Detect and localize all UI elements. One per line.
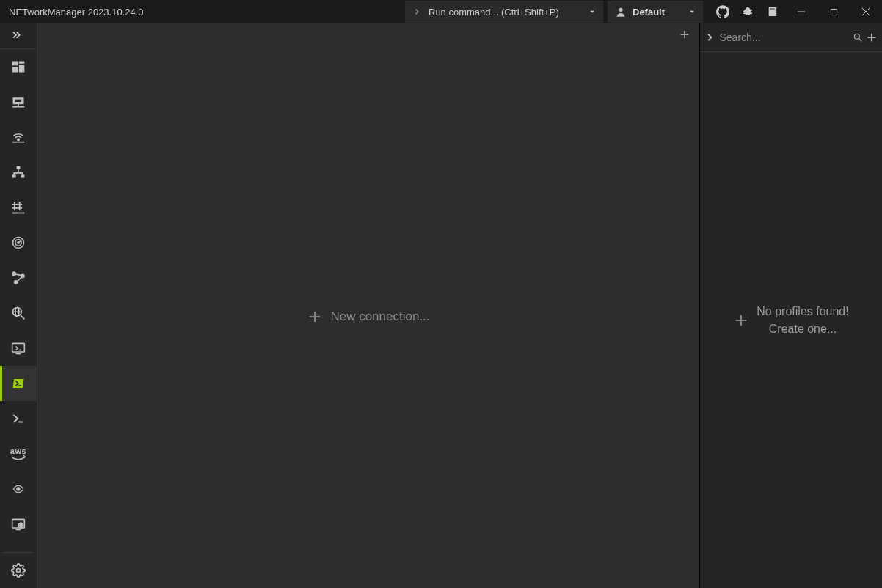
titlebar: NETworkManager 2023.10.24.0 Run command.… — [0, 0, 882, 23]
app-title: NETworkManager 2023.10.24.0 — [0, 7, 144, 18]
sidebar-item-ping-monitor[interactable] — [0, 225, 37, 260]
create-profile-button[interactable]: No profiles found! Create one... — [733, 303, 848, 338]
user-icon — [615, 6, 627, 18]
svg-line-34 — [21, 315, 24, 319]
sidebar-item-traceroute[interactable] — [0, 260, 37, 295]
sidebar-expand-button[interactable] — [0, 23, 37, 49]
sidebar-item-remote-desktop[interactable] — [0, 331, 37, 366]
new-connection-label: New connection... — [330, 309, 429, 324]
svg-rect-1 — [776, 7, 776, 16]
svg-rect-18 — [12, 174, 16, 177]
bug-report-button[interactable] — [735, 0, 760, 23]
svg-rect-10 — [12, 67, 18, 73]
sidebar-item-ip-scanner[interactable] — [0, 155, 37, 190]
sidebar-item-aws-session-manager[interactable]: aws — [0, 436, 37, 471]
sidebar-item-dashboard[interactable] — [0, 49, 37, 84]
tab-strip — [37, 23, 699, 45]
run-command-placeholder: Run command... (Ctrl+Shift+P) — [429, 7, 559, 18]
aws-icon: aws — [10, 446, 26, 455]
github-button[interactable] — [710, 0, 735, 23]
svg-rect-2 — [770, 8, 775, 9]
new-connection-button[interactable]: New connection... — [307, 309, 429, 325]
svg-rect-7 — [12, 62, 18, 66]
dropdown-caret-icon — [688, 8, 696, 15]
sidebar-item-wifi[interactable] — [0, 120, 37, 155]
plus-icon — [733, 312, 749, 328]
docs-button[interactable] — [760, 0, 785, 23]
svg-rect-4 — [831, 9, 837, 15]
profile-selected-label: Default — [633, 7, 665, 18]
plus-icon — [307, 309, 323, 325]
dropdown-caret-icon — [588, 8, 596, 15]
main-area: New connection... — [37, 23, 699, 588]
panel-collapse-button[interactable] — [704, 32, 715, 43]
sidebar-item-web-console[interactable] — [0, 507, 37, 542]
svg-rect-12 — [15, 99, 22, 103]
svg-rect-19 — [21, 174, 24, 177]
run-command-box[interactable]: Run command... (Ctrl+Shift+P) — [405, 1, 603, 23]
sidebar-item-port-scanner[interactable] — [0, 190, 37, 225]
svg-point-29 — [21, 274, 24, 277]
svg-point-38 — [17, 488, 20, 490]
no-profiles-line1: No profiles found! — [757, 303, 848, 320]
svg-point-49 — [854, 34, 859, 39]
svg-point-15 — [18, 139, 20, 141]
search-icon[interactable] — [853, 32, 864, 43]
sidebar-item-dns-lookup[interactable] — [0, 295, 37, 331]
svg-point-28 — [12, 272, 15, 275]
sidebar-item-network-interface[interactable] — [0, 84, 37, 120]
profiles-panel: No profiles found! Create one... — [699, 23, 882, 588]
sidebar-settings-button[interactable] — [0, 553, 37, 588]
sidebar-item-tigervnc[interactable] — [0, 471, 37, 507]
svg-line-50 — [859, 39, 862, 42]
svg-point-0 — [619, 8, 622, 12]
svg-rect-8 — [19, 62, 25, 64]
window-maximize-button[interactable] — [817, 0, 850, 23]
profile-dropdown[interactable]: Default — [608, 1, 703, 23]
sidebar-item-putty[interactable] — [0, 401, 37, 436]
window-close-button[interactable] — [850, 0, 882, 23]
window-minimize-button[interactable] — [785, 0, 817, 23]
svg-rect-17 — [17, 166, 21, 169]
no-profiles-line2: Create one... — [757, 320, 848, 338]
svg-rect-35 — [12, 343, 25, 352]
chevron-right-icon — [412, 7, 421, 16]
svg-point-44 — [17, 569, 21, 573]
new-tab-button[interactable] — [676, 26, 693, 43]
add-profile-button[interactable] — [866, 32, 878, 43]
sidebar-item-powershell[interactable] — [0, 366, 37, 401]
svg-rect-9 — [19, 65, 25, 73]
sidebar: aws — [0, 23, 37, 588]
profiles-search-input[interactable] — [718, 31, 850, 44]
